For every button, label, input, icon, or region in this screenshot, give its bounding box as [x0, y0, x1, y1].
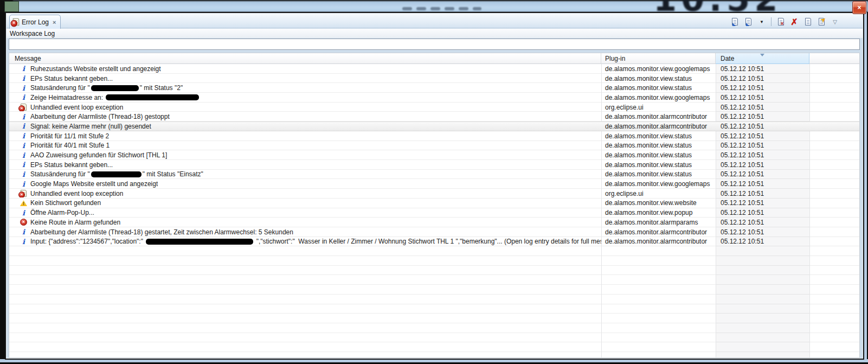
table-header: Message Plug-in Date: [9, 53, 859, 64]
column-header-message[interactable]: Message: [9, 53, 601, 64]
plugin-cell: org.eclipse.ui: [601, 190, 716, 197]
view-menu-button[interactable]: ▽: [829, 16, 841, 27]
redacted-text: [91, 85, 139, 91]
column-header-plugin[interactable]: Plug-in: [601, 53, 716, 64]
tab-error-log[interactable]: Error Log ×: [9, 15, 61, 29]
log-row[interactable]: iPriorität für 40/1 mit Stufe 1de.alamos…: [9, 141, 859, 151]
log-row[interactable]: iInput: {"address":"1234567","location":…: [9, 237, 859, 246]
import-log-button[interactable]: [742, 16, 754, 27]
info-icon: i: [22, 142, 25, 150]
info-icon: i: [22, 170, 25, 178]
log-row[interactable]: iÖffne Alarm-Pop-Up...de.alamos.monitor.…: [9, 208, 859, 218]
info-icon: i: [22, 228, 25, 236]
close-window-button[interactable]: ×: [852, 1, 866, 14]
warning-icon: !: [20, 200, 27, 206]
message-text: Google Maps Website erstellt und angezei…: [30, 180, 158, 188]
view-menu-icon: ▽: [833, 19, 837, 25]
message-text: AAO Zuweisung gefunden für Stichwort [TH…: [30, 151, 167, 159]
message-text: Keine Route in Alarm gefunden: [30, 219, 120, 226]
export-dropdown-button[interactable]: ▼: [756, 16, 768, 27]
toolbar-separator: [771, 17, 771, 26]
date-cell: 05.12.12 10:51: [716, 75, 809, 82]
date-cell: 05.12.12 10:51: [716, 142, 809, 149]
error-doc-icon: [21, 190, 27, 197]
log-row[interactable]: iAbarbeitung der Alarmliste (Thread-18) …: [9, 227, 859, 237]
tab-label: Error Log: [22, 18, 49, 26]
log-row[interactable]: iStatusänderung für "" mit Status "Einsa…: [9, 170, 859, 180]
delete-log-icon: ✗: [790, 17, 798, 27]
log-row[interactable]: !Kein Stichwort gefundende.alamos.monito…: [9, 199, 859, 208]
info-icon: i: [22, 238, 25, 246]
blurred-title-blob: [445, 7, 454, 10]
message-text: Unhandled event loop exception: [30, 190, 123, 197]
error-doc-icon: [21, 104, 27, 111]
date-cell: 05.12.12 10:51: [716, 180, 809, 188]
restore-log-button[interactable]: ➤: [815, 16, 827, 27]
blurred-title-blob: [473, 7, 481, 10]
message-cell: iRuhezustands Website erstellt und angez…: [9, 65, 601, 73]
message-cell: ×Keine Route in Alarm gefunden: [9, 219, 601, 226]
message-text: Unhandled event loop exception: [30, 104, 123, 111]
date-cell: 05.12.12 10:51: [716, 113, 809, 120]
date-cell: 05.12.12 10:51: [716, 65, 809, 73]
plugin-cell: de.alamos.monitor.view.status: [601, 142, 716, 149]
clear-log-button[interactable]: ×: [775, 16, 787, 27]
plugin-cell: de.alamos.monitor.view.popup: [601, 209, 716, 216]
message-text: Öffne Alarm-Pop-Up...: [30, 209, 94, 216]
message-text: EPs Status bekannt geben...: [30, 161, 113, 169]
message-text: Kein Stichwort gefunden: [30, 199, 101, 207]
plugin-cell: de.alamos.monitor.view.googlemaps: [601, 65, 716, 73]
log-row[interactable]: iSignal: keine Alarme mehr (null) gesend…: [9, 122, 859, 131]
log-row[interactable]: iAAO Zuweisung gefunden für Stichwort [T…: [9, 150, 859, 160]
date-cell: 05.12.12 10:51: [716, 132, 809, 140]
export-log-icon: [732, 18, 738, 25]
log-row[interactable]: iEPs Status bekannt geben...de.alamos.mo…: [9, 74, 859, 84]
plugin-cell: de.alamos.monitor.view.status: [601, 132, 716, 140]
close-tab-icon[interactable]: ×: [53, 19, 56, 25]
log-row[interactable]: iRuhezustands Website erstellt und angez…: [9, 64, 859, 74]
log-row[interactable]: iPriorität für 11/1 mit Stufe 2de.alamos…: [9, 131, 859, 141]
info-icon: i: [22, 180, 25, 188]
log-rows: iRuhezustands Website erstellt und angez…: [9, 64, 859, 357]
date-cell: 05.12.12 10:51: [716, 170, 809, 178]
message-cell: iStatusänderung für "" mit Status "Einsa…: [9, 170, 601, 178]
log-row[interactable]: ×Keine Route in Alarm gefundende.alamos.…: [9, 218, 859, 227]
message-text: Zeige Heimatadresse an:: [30, 94, 200, 101]
redacted-text: [106, 94, 199, 100]
message-cell: iStatusänderung für "" mit Status "2": [9, 84, 601, 92]
message-text: Signal: keine Alarme mehr (null) gesende…: [30, 123, 151, 130]
filter-input[interactable]: [9, 39, 860, 50]
message-cell: iInput: {"address":"1234567","location":…: [9, 238, 601, 246]
view-toolbar: ▼×✗➤▽: [729, 16, 841, 28]
log-row[interactable]: iGoogle Maps Website erstellt und angeze…: [9, 179, 859, 189]
delete-log-button[interactable]: ✗: [788, 16, 800, 27]
date-cell: 05.12.12 10:51: [716, 94, 809, 101]
column-header-date[interactable]: Date: [716, 53, 809, 64]
log-row[interactable]: iAbarbeitung der Alarmliste (Thread-18) …: [9, 112, 859, 122]
open-log-button[interactable]: [802, 16, 814, 27]
message-cell: !Kein Stichwort gefunden: [9, 199, 601, 207]
log-row[interactable]: Unhandled event loop exceptionorg.eclips…: [9, 189, 859, 199]
log-row[interactable]: Unhandled event loop exceptionorg.eclips…: [9, 103, 859, 112]
message-cell: iEPs Status bekannt geben...: [9, 74, 601, 82]
message-text: Statusänderung für "" mit Status "2": [30, 84, 183, 92]
background-clock: 10:52: [648, 0, 827, 12]
error-log-icon: [13, 18, 20, 26]
info-icon: i: [22, 132, 25, 140]
message-cell: iEPs Status bekannt geben...: [9, 161, 601, 169]
message-text: Statusänderung für "" mit Status "Einsat…: [30, 170, 203, 178]
message-text: Abarbeitung der Alarmliste (Thread-18) g…: [30, 113, 170, 120]
log-row[interactable]: iEPs Status bekannt geben...de.alamos.mo…: [9, 160, 859, 170]
error-log-window: Error Log × ▼×✗➤▽ Workspace Log Message …: [5, 12, 864, 360]
date-cell: 05.12.12 10:51: [716, 238, 809, 245]
log-row[interactable]: iZeige Heimatadresse an: de.alamos.monit…: [9, 93, 859, 103]
plugin-cell: de.alamos.monitor.alarmcontributor: [601, 123, 716, 130]
plugin-cell: de.alamos.monitor.alarmcontributor: [601, 238, 716, 245]
plugin-cell: org.eclipse.ui: [601, 104, 716, 111]
view-description-bar: Workspace Log: [7, 29, 863, 38]
log-row[interactable]: iStatusänderung für "" mit Status "2"de.…: [9, 83, 859, 93]
chevron-down-icon: ▼: [760, 20, 764, 24]
plugin-cell: de.alamos.monitor.view.googlemaps: [601, 180, 716, 188]
export-log-button[interactable]: [729, 16, 741, 27]
message-cell: Unhandled event loop exception: [9, 104, 601, 111]
